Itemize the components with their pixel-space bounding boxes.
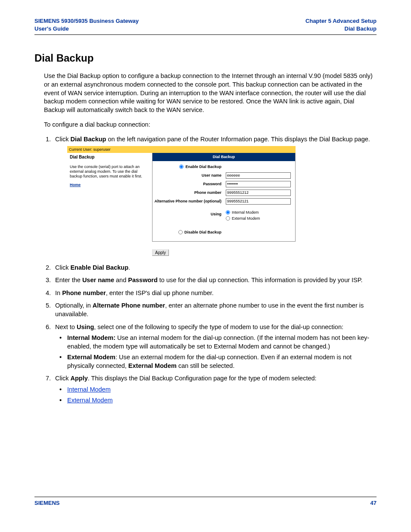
internal-modem-radio[interactable]	[226, 210, 230, 215]
external-modem-radio[interactable]	[226, 216, 230, 221]
step-5: Optionally, in Alternate Phone number, e…	[53, 302, 377, 318]
alt-phone-input[interactable]	[226, 198, 291, 205]
step-6-bullet-1: Internal Modem: Use an internal modem fo…	[67, 334, 377, 351]
page-footer: SIEMENS 47	[34, 497, 377, 506]
page-header: SIEMENS 5930/5935 Business Gateway User'…	[34, 17, 377, 35]
header-left: SIEMENS 5930/5935 Business Gateway User'…	[34, 17, 139, 33]
external-modem-label: External Modem	[232, 216, 260, 221]
doc-title-l2: User's Guide	[34, 25, 139, 33]
disable-label: Disable Dial Backup	[184, 230, 221, 235]
enable-radio[interactable]	[179, 165, 184, 169]
using-label: Using	[153, 209, 226, 217]
enable-label: Enable Dial Backup	[185, 164, 221, 169]
step-1: Click Dial Backup on the left navigation…	[53, 135, 377, 257]
step-2: Click Enable Dial Backup.	[53, 264, 377, 272]
step-7-link-1: Internal Modem	[67, 386, 377, 394]
section-label: Dial Backup	[305, 25, 377, 33]
shot-panel: Dial Backup Enable Dial Backup	[152, 153, 296, 242]
steps-list: Click Dial Backup on the left navigation…	[44, 135, 377, 405]
password-label: Password	[153, 181, 226, 187]
alt-phone-label: Alternative Phone number (optional)	[153, 199, 226, 204]
footer-page: 47	[371, 500, 377, 506]
embedded-screenshot: Current User: superuser Dial Backup Use …	[67, 146, 296, 256]
password-input[interactable]	[226, 181, 291, 187]
apply-button[interactable]: Apply	[152, 249, 169, 256]
disable-radio[interactable]	[178, 230, 183, 234]
phone-label: Phone number	[153, 190, 226, 195]
phone-input[interactable]	[226, 190, 291, 196]
sidebar-title: Dial Backup	[70, 155, 149, 160]
footer-brand: SIEMENS	[34, 500, 60, 506]
username-input[interactable]	[226, 172, 291, 179]
intro-paragraph: Use the Dial Backup option to configure …	[44, 72, 377, 114]
step-3: Enter the User name and Password to use …	[53, 276, 377, 285]
step-4: In Phone number, enter the ISP's dial up…	[53, 289, 377, 298]
current-user-bar: Current User: superuser	[67, 146, 296, 153]
doc-title-l1: SIEMENS 5930/5935 Business Gateway	[34, 17, 139, 25]
header-right: Chapter 5 Advanced Setup Dial Backup	[305, 17, 377, 33]
step-6: Next to Using, select one of the followi…	[53, 323, 377, 370]
panel-title-bar: Dial Backup	[153, 153, 295, 161]
internal-modem-link[interactable]: Internal Modem	[67, 386, 111, 393]
step-7: Click Apply. This displays the Dial Back…	[53, 374, 377, 405]
lead-paragraph: To configure a dial backup connection:	[44, 121, 377, 129]
username-label: User name	[153, 173, 226, 178]
step-6-bullet-2: External Modem: Use an external modem fo…	[67, 353, 377, 370]
home-link[interactable]: Home	[70, 183, 81, 187]
chapter-label: Chapter 5 Advanced Setup	[305, 17, 377, 25]
page-title: Dial Backup	[34, 52, 377, 64]
external-modem-link[interactable]: External Modem	[67, 397, 113, 404]
step-7-link-2: External Modem	[67, 396, 377, 405]
sidebar-description: Use the console (serial) port to attach …	[70, 165, 149, 179]
internal-modem-label: Internal Modem	[232, 210, 259, 215]
shot-sidebar: Dial Backup Use the console (serial) por…	[67, 153, 152, 256]
